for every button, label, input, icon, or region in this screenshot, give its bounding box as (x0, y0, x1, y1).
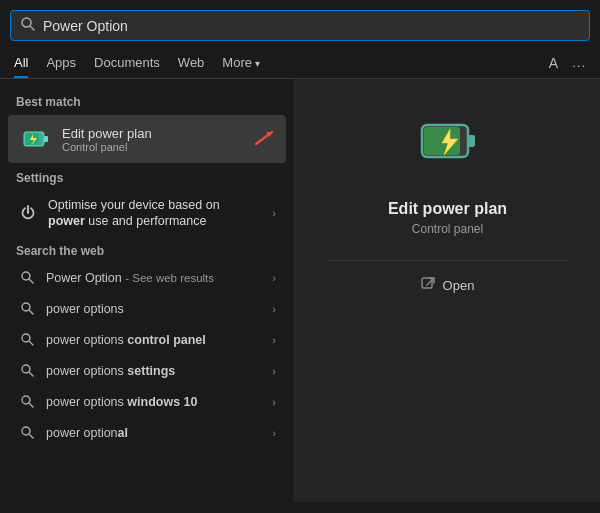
web-item-text-2: power options control panel (46, 333, 206, 347)
web-item-text-5: power optional (46, 426, 128, 440)
chevron-right-icon-5: › (272, 427, 276, 439)
chevron-right-icon-4: › (272, 396, 276, 408)
tabs-bar: All Apps Documents Web More ▾ A ... (0, 51, 600, 79)
svg-point-12 (22, 334, 30, 342)
best-match-label: Best match (0, 89, 294, 113)
power-icon (18, 203, 38, 223)
svg-line-17 (29, 404, 33, 408)
web-item-text-4: power options windows 10 (46, 395, 197, 409)
svg-line-11 (29, 311, 33, 315)
divider (328, 260, 567, 261)
open-button[interactable]: Open (421, 277, 475, 294)
tab-documents[interactable]: Documents (94, 51, 160, 74)
right-app-icon (416, 109, 480, 186)
tab-more[interactable]: More ▾ (222, 51, 260, 74)
tab-web[interactable]: Web (178, 51, 205, 74)
main-content: Best match Edit power plan Control panel (0, 79, 600, 502)
svg-line-13 (29, 342, 33, 346)
chevron-right-icon: › (272, 207, 276, 219)
right-app-name: Edit power plan (388, 200, 507, 218)
best-match-info: Edit power plan Control panel (62, 126, 152, 153)
web-item-text-1: power options (46, 302, 124, 316)
left-panel: Best match Edit power plan Control panel (0, 79, 295, 502)
web-search-icon-3 (18, 362, 36, 380)
web-item-2[interactable]: power options control panel › (4, 325, 290, 355)
web-item-5[interactable]: power optional › (4, 418, 290, 448)
web-label: Search the web (0, 238, 294, 262)
web-search-icon-5 (18, 424, 36, 442)
chevron-right-icon-1: › (272, 303, 276, 315)
chevron-right-icon-2: › (272, 334, 276, 346)
best-match-item[interactable]: Edit power plan Control panel (8, 115, 286, 163)
svg-rect-3 (44, 136, 48, 142)
svg-rect-24 (422, 278, 432, 288)
more-options-icon[interactable]: ... (572, 55, 586, 70)
svg-point-18 (22, 427, 30, 435)
best-match-icon (20, 123, 52, 155)
tabs-right-actions: A ... (549, 55, 586, 71)
settings-item-power[interactable]: Optimise your device based on power use … (4, 190, 290, 237)
web-item-text-0: Power Option - See web results (46, 271, 214, 285)
svg-point-16 (22, 396, 30, 404)
search-input[interactable]: Power Option (43, 18, 579, 34)
web-search-icon-2 (18, 331, 36, 349)
svg-line-19 (29, 435, 33, 439)
web-search-icon-1 (18, 300, 36, 318)
right-panel: Edit power plan Control panel Open (295, 79, 600, 502)
svg-line-1 (30, 26, 34, 30)
open-icon (421, 277, 435, 294)
settings-label: Settings (0, 165, 294, 189)
web-item-4[interactable]: power options windows 10 › (4, 387, 290, 417)
svg-line-25 (427, 278, 434, 285)
web-search-icon-4 (18, 393, 36, 411)
chevron-down-icon: ▾ (255, 58, 260, 69)
svg-line-15 (29, 373, 33, 377)
settings-item-text: Optimise your device based on power use … (48, 197, 258, 230)
svg-point-10 (22, 303, 30, 311)
web-item-3[interactable]: power options settings › (4, 356, 290, 386)
red-arrow-icon (254, 128, 276, 150)
web-item-1[interactable]: power options › (4, 294, 290, 324)
svg-point-8 (22, 272, 30, 280)
svg-line-9 (29, 280, 33, 284)
tab-apps[interactable]: Apps (46, 51, 76, 74)
search-icon (21, 17, 35, 34)
svg-point-14 (22, 365, 30, 373)
best-match-sub: Control panel (62, 141, 152, 153)
settings-item-left: Optimise your device based on power use … (18, 197, 258, 230)
font-size-icon[interactable]: A (549, 55, 558, 71)
best-match-name: Edit power plan (62, 126, 152, 141)
open-label: Open (443, 278, 475, 293)
web-item-0[interactable]: Power Option - See web results › (4, 263, 290, 293)
search-bar[interactable]: Power Option (10, 10, 590, 41)
right-app-sub: Control panel (412, 222, 483, 236)
chevron-right-icon-0: › (272, 272, 276, 284)
web-item-text-3: power options settings (46, 364, 175, 378)
tab-all[interactable]: All (14, 51, 28, 74)
chevron-right-icon-3: › (272, 365, 276, 377)
svg-rect-21 (468, 135, 475, 147)
web-search-icon-0 (18, 269, 36, 287)
